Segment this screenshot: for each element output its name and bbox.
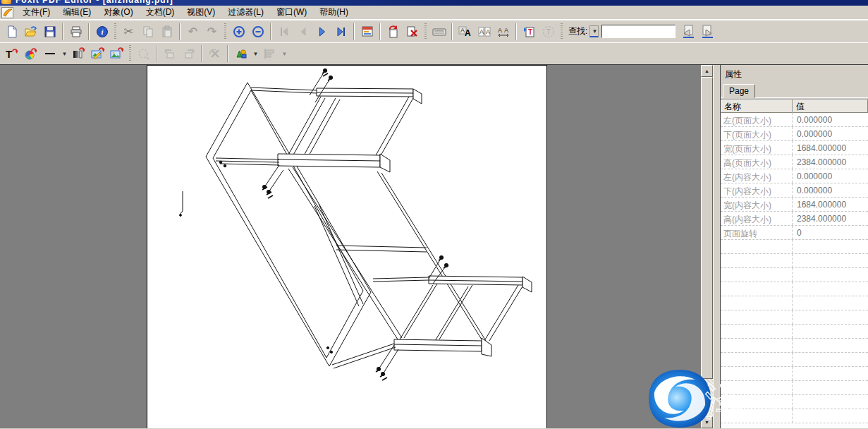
replace-font-button[interactable]: AA bbox=[456, 23, 475, 41]
print-button[interactable] bbox=[66, 23, 85, 41]
empty-row bbox=[721, 325, 868, 339]
empty-row bbox=[721, 240, 868, 254]
property-row: 下(页面大小)0.000000 bbox=[721, 127, 868, 141]
property-row: 下(内容大小)0.000000 bbox=[721, 183, 868, 198]
find-label: 查找: bbox=[568, 25, 587, 37]
panel-resize-gutter[interactable] bbox=[713, 65, 720, 428]
add-shading-button[interactable] bbox=[69, 44, 88, 63]
empty-row bbox=[721, 367, 868, 381]
find-input[interactable] bbox=[601, 25, 676, 38]
tab-page[interactable]: Page bbox=[723, 84, 755, 98]
import-text-button[interactable]: T bbox=[520, 23, 539, 41]
watermark-logo bbox=[647, 368, 712, 429]
open-file-button[interactable] bbox=[21, 23, 40, 41]
page-thumbnail-button[interactable] bbox=[357, 23, 377, 41]
find-next-button[interactable] bbox=[697, 23, 716, 41]
title-bar: Foxit PDF Editor - [anzhuang.pdf] bbox=[0, 0, 868, 6]
empty-row bbox=[721, 339, 868, 353]
empty-row bbox=[721, 254, 868, 268]
property-row: 高(内容大小)2384.000000 bbox=[721, 212, 868, 226]
menu-object[interactable]: 对象(O) bbox=[97, 5, 139, 20]
text-cursor bbox=[180, 191, 183, 216]
svg-text:T: T bbox=[528, 28, 532, 36]
app-icon bbox=[1, 0, 11, 4]
property-row: 左(内容大小)0.000000 bbox=[721, 169, 868, 183]
copy-button[interactable] bbox=[138, 23, 157, 41]
first-page-button[interactable] bbox=[274, 23, 293, 41]
menu-document[interactable]: 文档(D) bbox=[140, 5, 181, 20]
rotate-object-right-button[interactable] bbox=[179, 44, 198, 63]
zoom-in-button[interactable] bbox=[229, 23, 248, 41]
next-page-button[interactable] bbox=[312, 23, 331, 41]
delete-object-button[interactable] bbox=[205, 44, 224, 63]
undo-button[interactable]: ↶ bbox=[183, 23, 202, 41]
find-options-dropdown[interactable]: ▼ bbox=[589, 25, 599, 37]
add-text-button[interactable]: T bbox=[2, 44, 21, 63]
find-previous-button[interactable] bbox=[678, 23, 697, 41]
match-font-button[interactable]: AA bbox=[475, 23, 494, 41]
redo-button[interactable]: ↷ bbox=[202, 23, 221, 41]
column-header-name[interactable]: 名称 bbox=[721, 99, 793, 113]
add-line-button[interactable] bbox=[40, 44, 59, 63]
add-image-button[interactable] bbox=[107, 44, 126, 63]
svg-text:A: A bbox=[486, 28, 490, 35]
svg-text:A: A bbox=[479, 28, 484, 35]
keyboard-button[interactable] bbox=[429, 23, 448, 41]
font-width-button[interactable]: AA bbox=[494, 23, 513, 41]
empty-row bbox=[721, 296, 868, 310]
property-row: 宽(内容大小)1684.000000 bbox=[721, 198, 868, 212]
document-icon bbox=[1, 7, 13, 18]
menu-bar: 文件(F) 编辑(E) 对象(O) 文档(D) 视图(V) 过滤器(L) 窗口(… bbox=[0, 6, 868, 20]
menu-file[interactable]: 文件(F) bbox=[16, 5, 56, 20]
menu-edit[interactable]: 编辑(E) bbox=[56, 5, 97, 20]
svg-text:A: A bbox=[498, 27, 502, 34]
empty-row bbox=[721, 268, 868, 282]
property-row: 高(页面大小)2384.000000 bbox=[721, 155, 868, 169]
scroll-up-button[interactable]: ▲ bbox=[701, 65, 713, 77]
zoom-out-button[interactable] bbox=[248, 23, 267, 41]
align-objects-dropdown[interactable]: ▼ bbox=[279, 44, 289, 63]
add-graphic-button[interactable] bbox=[21, 44, 40, 63]
add-line-dropdown[interactable]: ▼ bbox=[59, 44, 69, 63]
properties-tab-row: Page bbox=[721, 83, 868, 98]
empty-row bbox=[721, 395, 868, 409]
empty-row bbox=[721, 353, 868, 367]
properties-table: 名称 值 左(页面大小)0.000000 下(页面大小)0.000000 宽(页… bbox=[721, 99, 868, 428]
svg-text:A: A bbox=[465, 28, 471, 38]
document-info-button[interactable]: i bbox=[92, 23, 111, 41]
rotate-object-left-button[interactable] bbox=[160, 44, 179, 63]
menu-help[interactable]: 帮助(H) bbox=[313, 5, 355, 20]
empty-row bbox=[721, 409, 868, 423]
cut-button[interactable]: ✂ bbox=[119, 23, 138, 41]
new-document-button[interactable] bbox=[2, 23, 21, 41]
rotate-page-button[interactable] bbox=[384, 23, 403, 41]
text-mode-button[interactable]: T bbox=[539, 23, 558, 41]
object-types-dropdown[interactable]: ▼ bbox=[250, 44, 260, 63]
svg-text:T: T bbox=[6, 48, 12, 60]
window-title: Foxit PDF Editor - [anzhuang.pdf] bbox=[16, 0, 173, 5]
frame-assembly-drawing bbox=[147, 66, 546, 428]
align-objects-button[interactable] bbox=[260, 44, 279, 63]
last-page-button[interactable] bbox=[331, 23, 350, 41]
menu-filter[interactable]: 过滤器(L) bbox=[221, 5, 270, 20]
column-header-value[interactable]: 值 bbox=[793, 99, 868, 113]
transform-object-button[interactable] bbox=[134, 44, 153, 63]
previous-page-button[interactable] bbox=[293, 23, 312, 41]
object-types-button[interactable] bbox=[231, 44, 250, 63]
property-row: 页面旋转0 bbox=[721, 226, 868, 240]
paste-button[interactable] bbox=[157, 23, 176, 41]
delete-page-button[interactable] bbox=[403, 23, 422, 41]
empty-row bbox=[721, 310, 868, 325]
properties-panel: 属性 Page 名称 值 左(页面大小)0.000000 下(页面大小)0.00… bbox=[713, 65, 868, 428]
toolbar-main: i ✂ ↶ ↷ AA AA AA T T 查找: ▼ bbox=[0, 20, 868, 42]
document-viewport: ▲ ▼ 属性 Page 名称 值 左(页面大小)0.000000 下(页面大小)… bbox=[0, 65, 868, 428]
empty-row bbox=[721, 381, 868, 395]
menu-view[interactable]: 视图(V) bbox=[181, 5, 221, 20]
save-button[interactable] bbox=[40, 23, 59, 41]
property-row: 宽(页面大小)1684.000000 bbox=[721, 141, 868, 155]
pdf-page[interactable] bbox=[147, 65, 547, 428]
empty-row bbox=[721, 282, 868, 296]
edit-image-button[interactable] bbox=[88, 44, 107, 63]
scrollbar-thumb[interactable] bbox=[701, 77, 713, 379]
menu-window[interactable]: 窗口(W) bbox=[270, 5, 313, 20]
